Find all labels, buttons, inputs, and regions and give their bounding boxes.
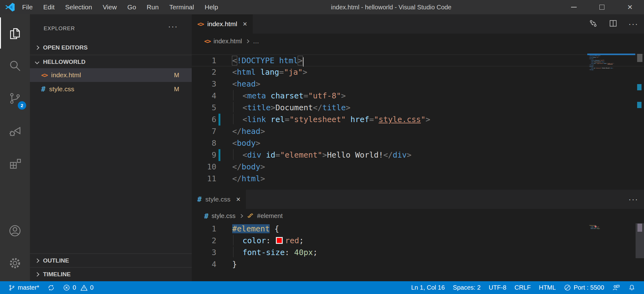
git-branch-item[interactable]: master* (4, 281, 43, 294)
split-editor-icon[interactable] (608, 19, 618, 29)
more-actions-icon[interactable]: ··· (628, 195, 638, 203)
line-number[interactable]: 11 (192, 173, 216, 185)
code-line[interactable]: 1<!DOCTYPE html> (192, 55, 644, 66)
open-editors-label: OPEN EDITORS (43, 44, 88, 51)
indent-guide (233, 114, 243, 124)
settings-gear-icon[interactable] (0, 248, 30, 278)
extensions-icon[interactable] (0, 149, 30, 179)
encoding-item[interactable]: UTF-8 (485, 281, 511, 294)
line-number[interactable]: 8 (192, 137, 216, 149)
close-tab-icon[interactable]: × (236, 196, 240, 203)
more-actions-icon[interactable]: ··· (628, 20, 638, 28)
line-number[interactable]: 7 (192, 126, 216, 137)
tab-style-css[interactable]: # style.css × (192, 190, 246, 209)
editor-code-index-html[interactable]: 1<!DOCTYPE html>2<html lang="ja">3<head>… (192, 55, 644, 190)
code-line[interactable]: 3<head> (192, 78, 644, 90)
problems-item[interactable]: 0 0 (59, 281, 98, 294)
maximize-button[interactable] (588, 0, 616, 14)
code-line[interactable]: 7</head> (192, 126, 644, 137)
file-item-index-html[interactable]: <> index.html M (30, 68, 192, 82)
code-line[interactable]: 4} (587, 228, 635, 230)
chevron-right-icon (245, 39, 249, 43)
code-token: ; (313, 248, 318, 257)
line-number[interactable]: 1 (192, 223, 216, 235)
open-editors-section[interactable]: OPEN EDITORS (30, 41, 192, 55)
line-number[interactable]: 3 (192, 247, 216, 258)
code-line[interactable]: 2color: red; (192, 235, 644, 247)
color-swatch[interactable] (276, 237, 283, 244)
menu-item-edit[interactable]: Edit (38, 0, 60, 14)
code-token: = (304, 91, 308, 100)
run-debug-icon[interactable] (0, 116, 30, 146)
code-line[interactable]: 10</body> (192, 161, 644, 173)
close-tab-icon[interactable]: × (243, 20, 247, 28)
feedback-icon[interactable] (608, 281, 624, 294)
menu-item-go[interactable]: Go (122, 0, 142, 14)
search-icon[interactable] (0, 51, 30, 81)
outline-section[interactable]: OUTLINE (30, 254, 192, 267)
line-number[interactable]: 6 (192, 114, 216, 126)
sidebar-more-actions[interactable]: ··· (168, 22, 178, 31)
line-number[interactable]: 3 (192, 78, 216, 90)
line-number[interactable]: 2 (192, 66, 216, 78)
breadcrumb-file[interactable]: index.html (214, 38, 242, 45)
line-number[interactable]: 4 (192, 90, 216, 102)
scrollbar-thumb[interactable] (637, 224, 642, 232)
activity-bar: 2 (0, 14, 30, 281)
folder-section[interactable]: HELLOWORLD (30, 55, 192, 69)
scrollbar-thumb[interactable] (637, 54, 642, 62)
open-changes-icon[interactable] (589, 19, 598, 29)
code-line[interactable]: 3font-size: 40px; (192, 247, 644, 258)
line-number[interactable]: 9 (192, 149, 216, 161)
explorer-icon[interactable] (0, 19, 30, 49)
menu-item-terminal[interactable]: Terminal (164, 0, 199, 14)
code-token (266, 91, 271, 100)
breadcrumb-symbol[interactable]: #element (257, 212, 283, 220)
code-line[interactable]: 8<body> (192, 137, 644, 149)
menu-item-view[interactable]: View (97, 0, 122, 14)
code-token: " (421, 115, 425, 124)
close-window-button[interactable]: × (616, 0, 644, 14)
menu-item-file[interactable]: File (17, 0, 38, 14)
minimap[interactable]: 1<!DOCTYPE html>2<html lang="ja">3<head>… (587, 54, 635, 71)
live-server-port-item[interactable]: Port : 5500 (560, 281, 608, 294)
minimap[interactable]: 1#element {2color: red;3font-size: 40px;… (587, 223, 635, 230)
sync-changes-button[interactable] (43, 281, 59, 294)
line-number[interactable]: 5 (192, 102, 216, 114)
eol-item[interactable]: CRLF (510, 281, 535, 294)
account-icon[interactable] (0, 216, 30, 246)
line-number[interactable]: 10 (192, 161, 216, 173)
editor-code-style-css[interactable]: 1#element {2color: red;3font-size: 40px;… (192, 223, 644, 281)
line-number[interactable]: 4 (192, 258, 216, 270)
breadcrumb-tail[interactable]: … (253, 38, 259, 45)
source-control-icon[interactable]: 2 (0, 83, 30, 113)
code-line[interactable]: 6<link rel="stylesheet" href="style.css"… (192, 114, 644, 126)
indent-guide (233, 235, 243, 245)
language-mode-item[interactable]: HTML (535, 281, 560, 294)
breadcrumb-file[interactable]: style.css (212, 212, 236, 220)
minimize-button[interactable] (560, 0, 588, 14)
code-line[interactable]: 11</html> (192, 173, 644, 185)
timeline-section[interactable]: TIMELINE (30, 267, 192, 281)
code-line[interactable]: 4<meta charset="utf-8"> (192, 90, 644, 102)
code-line[interactable]: 5<title>Document</title> (192, 102, 644, 114)
code-line[interactable]: 1#element { (192, 223, 644, 235)
file-name: index.html (51, 71, 81, 79)
code-line[interactable]: 2<html lang="ja"> (192, 66, 644, 78)
file-item-style-css[interactable]: # style.css M (30, 82, 192, 96)
code-line[interactable]: 9<div id="element">Hello World!</div> (192, 149, 644, 161)
code-token: < (243, 115, 247, 124)
menu-item-run[interactable]: Run (142, 0, 164, 14)
tab-index-html[interactable]: <> index.html × (192, 14, 253, 34)
line-number[interactable]: 1 (192, 55, 216, 67)
indentation-item[interactable]: Spaces: 2 (449, 281, 485, 294)
menu-item-selection[interactable]: Selection (60, 0, 97, 14)
cursor-position-item[interactable]: Ln 1, Col 16 (407, 281, 449, 294)
notifications-bell-icon[interactable] (624, 281, 640, 294)
code-token[interactable]: style.css (379, 115, 421, 124)
menu-item-help[interactable]: Help (199, 0, 223, 14)
line-number[interactable]: 2 (192, 235, 216, 247)
code-line[interactable]: 4} (192, 258, 644, 270)
code-line[interactable]: 11</html> (587, 69, 635, 71)
code-token: head (237, 79, 256, 88)
